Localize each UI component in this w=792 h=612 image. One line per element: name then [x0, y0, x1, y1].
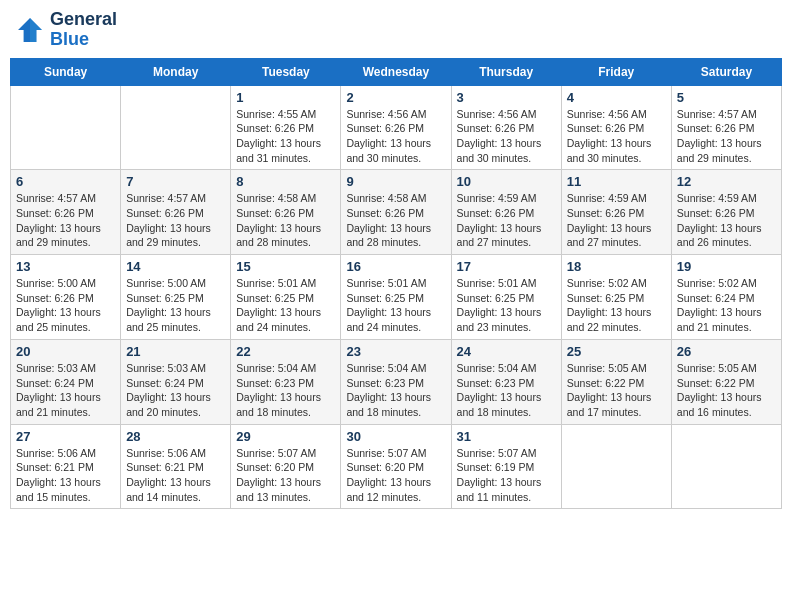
calendar-cell: 27Sunrise: 5:06 AM Sunset: 6:21 PM Dayli…	[11, 424, 121, 509]
calendar-cell: 17Sunrise: 5:01 AM Sunset: 6:25 PM Dayli…	[451, 255, 561, 340]
day-number: 19	[677, 259, 776, 274]
day-number: 26	[677, 344, 776, 359]
day-number: 25	[567, 344, 666, 359]
calendar-cell	[561, 424, 671, 509]
calendar-cell: 15Sunrise: 5:01 AM Sunset: 6:25 PM Dayli…	[231, 255, 341, 340]
calendar-cell: 4Sunrise: 4:56 AM Sunset: 6:26 PM Daylig…	[561, 85, 671, 170]
calendar-cell: 6Sunrise: 4:57 AM Sunset: 6:26 PM Daylig…	[11, 170, 121, 255]
calendar-table: SundayMondayTuesdayWednesdayThursdayFrid…	[10, 58, 782, 510]
day-info: Sunrise: 5:01 AM Sunset: 6:25 PM Dayligh…	[457, 276, 556, 335]
calendar-cell: 9Sunrise: 4:58 AM Sunset: 6:26 PM Daylig…	[341, 170, 451, 255]
day-info: Sunrise: 4:56 AM Sunset: 6:26 PM Dayligh…	[457, 107, 556, 166]
day-number: 30	[346, 429, 445, 444]
day-number: 20	[16, 344, 115, 359]
day-info: Sunrise: 5:07 AM Sunset: 6:19 PM Dayligh…	[457, 446, 556, 505]
day-number: 6	[16, 174, 115, 189]
day-info: Sunrise: 4:59 AM Sunset: 6:26 PM Dayligh…	[457, 191, 556, 250]
day-info: Sunrise: 4:56 AM Sunset: 6:26 PM Dayligh…	[346, 107, 445, 166]
day-info: Sunrise: 5:05 AM Sunset: 6:22 PM Dayligh…	[567, 361, 666, 420]
day-info: Sunrise: 5:04 AM Sunset: 6:23 PM Dayligh…	[457, 361, 556, 420]
day-info: Sunrise: 5:03 AM Sunset: 6:24 PM Dayligh…	[126, 361, 225, 420]
day-info: Sunrise: 5:01 AM Sunset: 6:25 PM Dayligh…	[346, 276, 445, 335]
day-info: Sunrise: 4:55 AM Sunset: 6:26 PM Dayligh…	[236, 107, 335, 166]
calendar-cell: 24Sunrise: 5:04 AM Sunset: 6:23 PM Dayli…	[451, 339, 561, 424]
calendar-cell: 20Sunrise: 5:03 AM Sunset: 6:24 PM Dayli…	[11, 339, 121, 424]
day-info: Sunrise: 5:00 AM Sunset: 6:25 PM Dayligh…	[126, 276, 225, 335]
calendar-cell: 16Sunrise: 5:01 AM Sunset: 6:25 PM Dayli…	[341, 255, 451, 340]
calendar-cell: 31Sunrise: 5:07 AM Sunset: 6:19 PM Dayli…	[451, 424, 561, 509]
day-number: 7	[126, 174, 225, 189]
day-info: Sunrise: 5:04 AM Sunset: 6:23 PM Dayligh…	[236, 361, 335, 420]
day-header-monday: Monday	[121, 58, 231, 85]
calendar-cell: 18Sunrise: 5:02 AM Sunset: 6:25 PM Dayli…	[561, 255, 671, 340]
day-number: 23	[346, 344, 445, 359]
logo: General Blue	[14, 10, 117, 50]
day-number: 27	[16, 429, 115, 444]
day-number: 9	[346, 174, 445, 189]
day-number: 5	[677, 90, 776, 105]
calendar-cell: 3Sunrise: 4:56 AM Sunset: 6:26 PM Daylig…	[451, 85, 561, 170]
calendar-cell: 11Sunrise: 4:59 AM Sunset: 6:26 PM Dayli…	[561, 170, 671, 255]
day-number: 28	[126, 429, 225, 444]
calendar-cell: 7Sunrise: 4:57 AM Sunset: 6:26 PM Daylig…	[121, 170, 231, 255]
calendar-cell: 2Sunrise: 4:56 AM Sunset: 6:26 PM Daylig…	[341, 85, 451, 170]
day-number: 22	[236, 344, 335, 359]
calendar-cell: 26Sunrise: 5:05 AM Sunset: 6:22 PM Dayli…	[671, 339, 781, 424]
page-header: General Blue	[10, 10, 782, 50]
day-number: 15	[236, 259, 335, 274]
calendar-week-2: 6Sunrise: 4:57 AM Sunset: 6:26 PM Daylig…	[11, 170, 782, 255]
day-info: Sunrise: 5:07 AM Sunset: 6:20 PM Dayligh…	[236, 446, 335, 505]
day-info: Sunrise: 5:02 AM Sunset: 6:24 PM Dayligh…	[677, 276, 776, 335]
day-info: Sunrise: 4:58 AM Sunset: 6:26 PM Dayligh…	[346, 191, 445, 250]
calendar-cell: 13Sunrise: 5:00 AM Sunset: 6:26 PM Dayli…	[11, 255, 121, 340]
day-number: 10	[457, 174, 556, 189]
logo-icon	[14, 14, 46, 46]
day-number: 8	[236, 174, 335, 189]
day-info: Sunrise: 4:59 AM Sunset: 6:26 PM Dayligh…	[677, 191, 776, 250]
day-number: 13	[16, 259, 115, 274]
day-number: 3	[457, 90, 556, 105]
calendar-week-1: 1Sunrise: 4:55 AM Sunset: 6:26 PM Daylig…	[11, 85, 782, 170]
day-header-tuesday: Tuesday	[231, 58, 341, 85]
day-number: 21	[126, 344, 225, 359]
calendar-week-4: 20Sunrise: 5:03 AM Sunset: 6:24 PM Dayli…	[11, 339, 782, 424]
day-info: Sunrise: 5:03 AM Sunset: 6:24 PM Dayligh…	[16, 361, 115, 420]
day-info: Sunrise: 5:00 AM Sunset: 6:26 PM Dayligh…	[16, 276, 115, 335]
day-info: Sunrise: 4:59 AM Sunset: 6:26 PM Dayligh…	[567, 191, 666, 250]
calendar-cell: 5Sunrise: 4:57 AM Sunset: 6:26 PM Daylig…	[671, 85, 781, 170]
calendar-week-3: 13Sunrise: 5:00 AM Sunset: 6:26 PM Dayli…	[11, 255, 782, 340]
day-number: 12	[677, 174, 776, 189]
calendar-cell	[671, 424, 781, 509]
logo-line1: General	[50, 10, 117, 30]
day-info: Sunrise: 5:02 AM Sunset: 6:25 PM Dayligh…	[567, 276, 666, 335]
calendar-cell: 12Sunrise: 4:59 AM Sunset: 6:26 PM Dayli…	[671, 170, 781, 255]
day-number: 4	[567, 90, 666, 105]
calendar-cell: 10Sunrise: 4:59 AM Sunset: 6:26 PM Dayli…	[451, 170, 561, 255]
day-number: 11	[567, 174, 666, 189]
logo-line2: Blue	[50, 30, 117, 50]
day-header-friday: Friday	[561, 58, 671, 85]
calendar-cell: 22Sunrise: 5:04 AM Sunset: 6:23 PM Dayli…	[231, 339, 341, 424]
calendar-cell: 28Sunrise: 5:06 AM Sunset: 6:21 PM Dayli…	[121, 424, 231, 509]
calendar-cell: 1Sunrise: 4:55 AM Sunset: 6:26 PM Daylig…	[231, 85, 341, 170]
day-info: Sunrise: 5:05 AM Sunset: 6:22 PM Dayligh…	[677, 361, 776, 420]
day-info: Sunrise: 5:01 AM Sunset: 6:25 PM Dayligh…	[236, 276, 335, 335]
day-header-thursday: Thursday	[451, 58, 561, 85]
day-info: Sunrise: 5:06 AM Sunset: 6:21 PM Dayligh…	[126, 446, 225, 505]
day-number: 29	[236, 429, 335, 444]
calendar-header-row: SundayMondayTuesdayWednesdayThursdayFrid…	[11, 58, 782, 85]
day-info: Sunrise: 4:56 AM Sunset: 6:26 PM Dayligh…	[567, 107, 666, 166]
day-number: 31	[457, 429, 556, 444]
calendar-cell: 14Sunrise: 5:00 AM Sunset: 6:25 PM Dayli…	[121, 255, 231, 340]
calendar-cell: 23Sunrise: 5:04 AM Sunset: 6:23 PM Dayli…	[341, 339, 451, 424]
day-header-wednesday: Wednesday	[341, 58, 451, 85]
day-number: 24	[457, 344, 556, 359]
day-info: Sunrise: 5:06 AM Sunset: 6:21 PM Dayligh…	[16, 446, 115, 505]
calendar-cell	[121, 85, 231, 170]
calendar-cell: 21Sunrise: 5:03 AM Sunset: 6:24 PM Dayli…	[121, 339, 231, 424]
day-info: Sunrise: 4:57 AM Sunset: 6:26 PM Dayligh…	[677, 107, 776, 166]
calendar-cell: 8Sunrise: 4:58 AM Sunset: 6:26 PM Daylig…	[231, 170, 341, 255]
day-header-saturday: Saturday	[671, 58, 781, 85]
day-number: 14	[126, 259, 225, 274]
calendar-cell: 29Sunrise: 5:07 AM Sunset: 6:20 PM Dayli…	[231, 424, 341, 509]
